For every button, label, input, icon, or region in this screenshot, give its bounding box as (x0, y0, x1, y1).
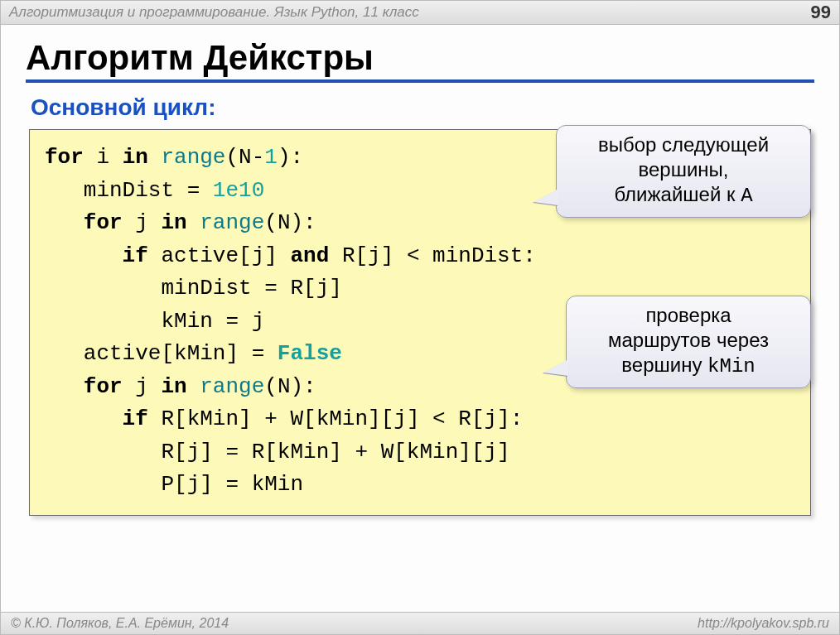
callout-line: вершину (621, 354, 707, 376)
footer-bar: © К.Ю. Поляков, Е.А. Ерёмин, 2014 http:/… (1, 612, 839, 634)
callout-vertex-select: выбор следующей вершины, ближайшей к A (556, 125, 811, 218)
callout-line: выбор следующей (598, 133, 769, 156)
callout-tail-icon (533, 189, 558, 205)
header-bar: Алгоритмизация и программирование. Язык … (1, 1, 839, 25)
source-url: http://kpolyakov.spb.ru (698, 616, 829, 631)
callout-line: маршрутов через (608, 329, 769, 351)
copyright: © К.Ю. Поляков, Е.А. Ерёмин, 2014 (11, 616, 229, 631)
page-number: 99 (811, 2, 831, 23)
callout-tail-icon (543, 359, 568, 376)
subtitle: Основной цикл: (31, 94, 814, 121)
slide: Алгоритмизация и программирование. Язык … (0, 0, 840, 635)
callout-code: A (741, 185, 752, 207)
callout-line: ближайшей к (614, 183, 741, 205)
content-area: Алгоритм Дейкстры Основной цикл: for i i… (1, 25, 839, 516)
callout-line: проверка (645, 304, 731, 326)
course-title: Алгоритмизация и программирование. Язык … (9, 4, 419, 21)
page-title: Алгоритм Дейкстры (26, 38, 814, 83)
callout-route-check: проверка маршрутов через вершину kMin (566, 296, 811, 388)
callout-code: kMin (707, 355, 756, 378)
callout-line: вершины, (638, 158, 728, 180)
